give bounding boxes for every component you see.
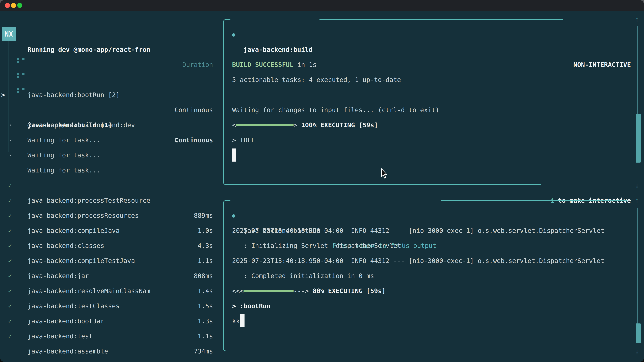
panel-border [223,200,230,351]
bootrun-panel-header: ● java-backend:bootRun Press <tab> to fo… [0,193,644,208]
progress-label: 80% EXECUTING [59s] [312,287,386,295]
scrollbar-thumb[interactable] [636,324,641,343]
task-duration: 774ms [194,359,213,362]
scrollbar-track[interactable] [637,26,639,114]
log-line: 2025-07-23T13:40:18.950-04:00 INFO 44312… [232,253,604,268]
waiting-task-row: · Waiting for task... [0,133,223,148]
spinner-icon [17,87,27,94]
progress-left-cap: < [232,121,236,129]
scrollbar-thumb[interactable] [636,114,641,163]
build-summary-line: 5 actionable tasks: 4 executed, 1 up-to-… [232,72,401,87]
maximize-button[interactable] [17,3,22,8]
check-icon: ✓ [8,329,12,344]
progress-fill: ═══════════════ [236,121,294,129]
gradle-progress-bar: <═══════════════> 100% EXECUTING [59s] [232,117,378,133]
task-row-build-selected[interactable]: > java-backend:build [1] Continuous [0,72,223,87]
progress-fill: ═════════════ [244,287,294,295]
page-prev-icon[interactable]: ← [9,359,12,362]
progress-right-cap: ---> [294,287,309,295]
idle-line: > IDLE [232,133,255,148]
completed-task-row[interactable]: ✓ java-backend:bootJar 1.1s [0,283,223,299]
task-duration: 1.1s [198,329,213,344]
close-button[interactable] [5,3,10,8]
build-panel-header: ● java-backend:build NON-INTERACTIVE [0,12,644,27]
task-dot-icon: ● [232,27,235,42]
spinner-icon [17,72,27,79]
progress-label: 100% EXECUTING [59s] [301,121,378,129]
waiting-label: Waiting for task... [28,148,100,163]
stdin-input-line[interactable]: kk [232,314,240,329]
log-line: 2025-07-23T13:40:18.950-04:00 INFO 44312… [232,223,604,238]
scrollbar-track[interactable] [637,208,639,324]
completed-task-row[interactable]: ✓ java-backend:testClasses 1.3s [0,268,223,283]
task-list-header: Running dev @mono-app/react-fron Duratio… [0,27,223,42]
build-status-time: in 1s [294,61,316,68]
task-list-title: Running dev @mono-app/react-fron [28,42,150,57]
completed-task-row[interactable]: ✓ java-backend:compileTestJava 808ms [0,223,223,238]
log-line: : Initializing Servlet 'dispatcherServle… [232,238,405,253]
progress-right-cap: > [294,121,297,129]
terminal-cursor [232,148,236,162]
scroll-up-icon[interactable]: ↑ [635,193,639,208]
progress-left-cap: <<< [232,287,244,295]
terminal-window: NX Running dev @mono-app/react-fron Dura… [0,0,644,362]
waiting-task-row: · Waiting for task... [0,102,223,117]
task-row-frontend-dev[interactable]: @mono-app/react-frontend:dev Continuous [0,87,223,102]
build-status: BUILD SUCCESSFUL [232,61,294,68]
mouse-cursor-icon [380,168,388,179]
waiting-task-row: · Waiting for task... [0,117,223,133]
completed-task-row[interactable]: ✓ java-backend:assemble 774ms [0,314,223,329]
scroll-down-icon[interactable]: ↓ [635,178,639,193]
interactive-hint: i to make interactive [0,178,644,193]
completed-task-row[interactable]: ✓ java-backend:resolveMainClassNam 1.5s [0,253,223,268]
minimize-button[interactable] [11,3,16,8]
log-line: : Completed initialization in 0 ms [232,268,374,283]
scroll-down-icon[interactable]: ↓ [635,344,639,359]
task-dot-icon: ● [232,208,235,223]
completed-task-row[interactable]: ✓ java-backend:classes 1.1s [0,208,223,223]
completed-task-row[interactable]: ✓ java-backend:jar 1.4s [0,238,223,253]
title-bar [0,0,644,11]
sidebar-footer: ← 1/2 → quit: q help: ? [0,344,223,359]
non-interactive-badge: NON-INTERACTIVE [574,57,631,72]
task-name: java-backend:test [28,329,93,344]
task-row-bootrun[interactable]: java-backend:bootRun [2] Continuous [0,57,223,72]
bullet-icon: · [9,148,12,163]
build-result-line: BUILD SUCCESSFUL in 1s [232,57,316,72]
build-panel-title: java-backend:build [244,42,312,57]
completed-task-row[interactable]: ✓ java-backend:processTestResource 889ms [0,163,223,178]
panel-border-bottom [230,351,627,351]
watch-status-line: Waiting for changes to input files... (c… [232,102,439,117]
scroll-up-icon[interactable]: ↑ [635,12,639,27]
bootrun-prompt-line: > :bootRun [232,299,270,314]
panel-border [223,19,230,185]
gradle-progress-bar: <<<═════════════---> 80% EXECUTING [59s] [232,283,386,299]
completed-task-row[interactable]: ✓ java-backend:test 734ms [0,299,223,314]
terminal-cursor [240,314,244,327]
